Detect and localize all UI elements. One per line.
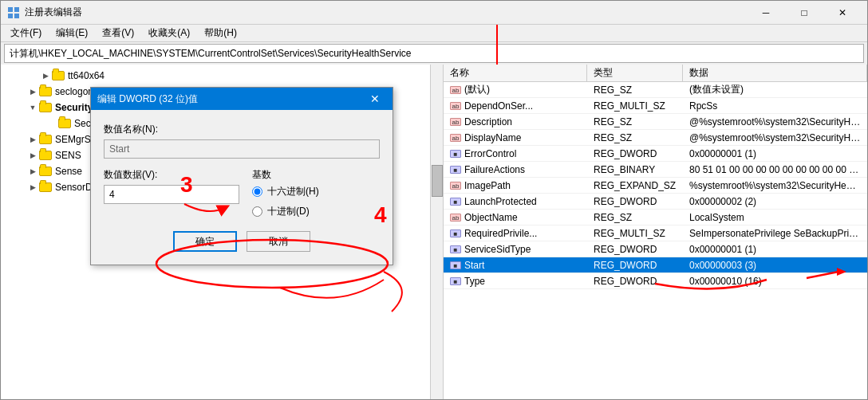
dialog-overlay: 编辑 DWORD (32 位)值 ✕ 数值名称(N): 数值数据(V): xyxy=(1,1,867,399)
field-name-group: 数值名称(N): xyxy=(104,123,380,159)
radio-hex-text: 十六进制(H) xyxy=(267,185,319,198)
dialog-close-button[interactable]: ✕ xyxy=(364,88,386,110)
radio-hex-label[interactable]: 十六进制(H) xyxy=(252,185,380,198)
radio-hex-input[interactable] xyxy=(252,186,262,197)
dialog-body: 数值名称(N): 数值数据(V): 基数 xyxy=(91,110,393,265)
radio-dec-input[interactable] xyxy=(252,206,262,217)
ok-button[interactable]: 确定 xyxy=(173,231,237,252)
radio-dec-text: 十进制(D) xyxy=(267,205,310,218)
base-label: 基数 xyxy=(252,168,380,182)
main-window: 注册表编辑器 ─ □ ✕ 文件(F) 编辑(E) 查看(V) 收藏夹(A) 帮助… xyxy=(0,0,868,400)
field-name-input[interactable] xyxy=(104,139,380,159)
radio-group: 十六进制(H) 十进制(D) xyxy=(252,185,380,218)
cancel-button[interactable]: 取消 xyxy=(247,231,310,252)
field-data-input[interactable] xyxy=(104,185,239,204)
base-col: 基数 十六进制(H) 十进制(D) xyxy=(252,168,380,218)
field-data-group: 数值数据(V): xyxy=(104,168,239,204)
dialog-title-bar: 编辑 DWORD (32 位)值 ✕ xyxy=(91,88,393,110)
dialog-buttons: 确定 取消 xyxy=(104,231,380,252)
field-name-label: 数值名称(N): xyxy=(104,123,380,136)
radio-dec-label[interactable]: 十进制(D) xyxy=(252,205,380,218)
data-and-base-row: 数值数据(V): 基数 十六进制(H) xyxy=(104,168,380,218)
field-data-col: 数值数据(V): xyxy=(104,168,239,218)
edit-dword-dialog: 编辑 DWORD (32 位)值 ✕ 数值名称(N): 数值数据(V): xyxy=(90,87,393,265)
field-data-label: 数值数据(V): xyxy=(104,168,239,182)
dialog-title: 编辑 DWORD (32 位)值 xyxy=(97,92,364,106)
